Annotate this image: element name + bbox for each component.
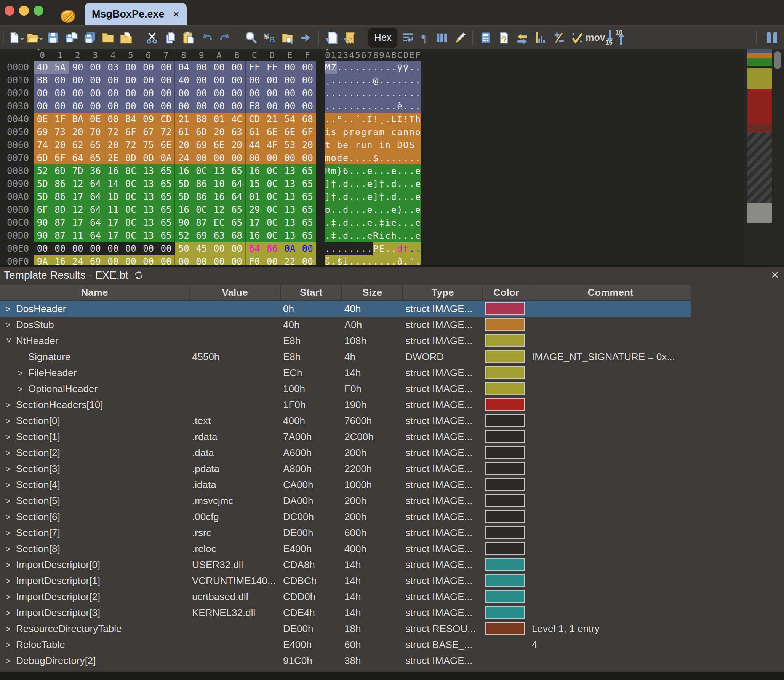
ascii-char[interactable]: .: [342, 242, 349, 255]
ascii-char[interactable]: i: [342, 255, 349, 265]
ascii-char[interactable]: t: [325, 139, 331, 152]
hex-byte[interactable]: 0C: [193, 203, 210, 216]
hex-byte[interactable]: 4F: [263, 139, 281, 152]
ascii-char[interactable]: d: [342, 190, 349, 203]
hex-byte[interactable]: 6E: [281, 126, 299, 139]
hex-byte[interactable]: 13: [139, 190, 157, 203]
hex-byte[interactable]: 00: [69, 74, 86, 87]
ascii-char[interactable]: [385, 126, 391, 139]
hex-byte[interactable]: 0C: [263, 229, 281, 242]
ascii-char[interactable]: n: [409, 126, 415, 139]
ascii-char[interactable]: e: [367, 190, 373, 203]
hex-byte[interactable]: 64: [86, 203, 104, 216]
ascii-char[interactable]: u: [361, 139, 367, 152]
hex-byte[interactable]: 72: [104, 126, 122, 139]
ascii-char[interactable]: .: [367, 255, 373, 265]
ascii-char[interactable]: e: [415, 229, 421, 242]
hex-byte[interactable]: 00: [299, 255, 316, 265]
hex-row[interactable]: 00706D6F64652E0D0D0A2400000000000000mode…: [0, 152, 457, 164]
hex-byte[interactable]: 13: [139, 229, 157, 242]
hex-byte[interactable]: B8: [193, 113, 210, 126]
hex-byte[interactable]: 01: [210, 113, 228, 126]
word-wrap-button[interactable]: [399, 28, 417, 47]
ascii-char[interactable]: .: [403, 255, 409, 265]
hex-byte[interactable]: 00: [228, 255, 245, 265]
ascii-char[interactable]: .: [409, 100, 415, 113]
template-row-sectionheaders-10-[interactable]: >SectionHeaders[10]1F0h190hstruct IMAGE.…: [0, 397, 691, 413]
ascii-char[interactable]: .: [391, 255, 397, 265]
ascii-char[interactable]: .: [409, 177, 415, 190]
ascii-char[interactable]: ì: [385, 216, 391, 229]
hex-byte[interactable]: 00: [139, 255, 157, 265]
hex-byte[interactable]: 16: [175, 164, 192, 177]
hex-byte[interactable]: 00: [51, 74, 69, 87]
ascii-char[interactable]: .: [403, 164, 409, 177]
column-header-name[interactable]: Name: [0, 285, 189, 300]
ascii-char[interactable]: e: [367, 164, 373, 177]
hex-byte[interactable]: 6E: [210, 139, 228, 152]
template-row-section-3-[interactable]: >Section[3].pdataA800h2200hstruct IMAGE.…: [0, 461, 691, 477]
hex-byte[interactable]: 00: [175, 87, 192, 100]
ascii-char[interactable]: e: [367, 229, 373, 242]
close-window-button[interactable]: [5, 6, 14, 16]
template-row-resourcedirectorytable[interactable]: >ResourceDirectoryTableDE00h18hstruct RE…: [0, 621, 691, 637]
hex-byte[interactable]: 00: [69, 87, 86, 100]
new-file-button[interactable]: [7, 28, 26, 47]
ascii-char[interactable]: .: [379, 255, 385, 265]
hex-byte[interactable]: 5D: [34, 190, 51, 203]
ascii-char[interactable]: .: [397, 152, 403, 164]
hex-byte[interactable]: 11: [104, 203, 122, 216]
hex-row[interactable]: 00905D861264140C13655D861064150C1365]†.d…: [0, 177, 457, 190]
ascii-char[interactable]: .: [397, 74, 403, 87]
ascii-char[interactable]: m: [379, 126, 385, 139]
ascii-char[interactable]: i: [379, 139, 385, 152]
ascii-char[interactable]: .: [337, 61, 343, 74]
ascii-char[interactable]: .: [361, 190, 367, 203]
ascii-char[interactable]: .: [349, 100, 355, 113]
ascii-char[interactable]: e: [367, 216, 373, 229]
hex-byte[interactable]: 00: [193, 255, 210, 265]
ascii-char[interactable]: .: [409, 61, 415, 74]
hex-byte[interactable]: 00: [228, 87, 245, 100]
file-minimap[interactable]: [747, 49, 772, 223]
ascii-char[interactable]: ]: [325, 177, 331, 190]
hex-byte[interactable]: 0C: [263, 190, 281, 203]
hex-row[interactable]: 0080526D7D36160C1365160C1365160C1365Rm}6…: [0, 164, 457, 177]
ascii-char[interactable]: .: [355, 152, 361, 164]
hex-byte[interactable]: 65: [157, 216, 175, 229]
chevron-collapsed-icon[interactable]: >: [5, 413, 16, 429]
hex-byte[interactable]: 00: [193, 74, 210, 87]
hex-byte[interactable]: 00: [122, 255, 139, 265]
hex-byte[interactable]: 62: [69, 139, 86, 152]
hex-byte[interactable]: 65: [228, 164, 245, 177]
show-paragraphs-button[interactable]: ¶: [417, 28, 432, 47]
hex-byte[interactable]: 20: [210, 126, 228, 139]
ascii-char[interactable]: ¸: [379, 113, 385, 126]
ascii-char[interactable]: .: [373, 87, 379, 100]
column-header-start[interactable]: Start: [280, 285, 341, 300]
hex-byte[interactable]: 20: [69, 126, 86, 139]
ascii-char[interactable]: .: [331, 113, 337, 126]
hex-byte[interactable]: 72: [122, 139, 139, 152]
close-panel-icon[interactable]: ×: [771, 267, 779, 282]
hex-byte[interactable]: 68: [299, 113, 316, 126]
hex-byte[interactable]: 00: [193, 87, 210, 100]
hex-byte[interactable]: 13: [281, 229, 299, 242]
hex-byte[interactable]: 16: [210, 190, 228, 203]
ascii-char[interactable]: .: [409, 216, 415, 229]
hex-byte[interactable]: 0C: [263, 203, 281, 216]
hex-byte[interactable]: 65: [157, 229, 175, 242]
ascii-char[interactable]: .: [342, 61, 349, 74]
hex-byte[interactable]: B4: [122, 113, 139, 126]
ascii-char[interactable]: }: [337, 164, 343, 177]
template-row-section-2-[interactable]: >Section[2].dataA600h200hstruct IMAGE...: [0, 445, 691, 461]
template-row-importdescriptor-0-[interactable]: >ImportDescriptor[0]USER32.dllCDA8h14hst…: [0, 557, 691, 573]
hex-byte[interactable]: 00: [228, 74, 245, 87]
hex-editor[interactable]: 0123456789ABCDEF0123456789ABCDEF 00004D5…: [0, 49, 784, 265]
run-template-button[interactable]: [323, 28, 341, 47]
hex-byte[interactable]: 50: [175, 242, 192, 255]
ascii-char[interactable]: .: [385, 177, 391, 190]
ascii-char[interactable]: .: [379, 61, 385, 74]
hex-byte[interactable]: 00: [193, 61, 210, 74]
import-files-button[interactable]: [117, 28, 135, 47]
